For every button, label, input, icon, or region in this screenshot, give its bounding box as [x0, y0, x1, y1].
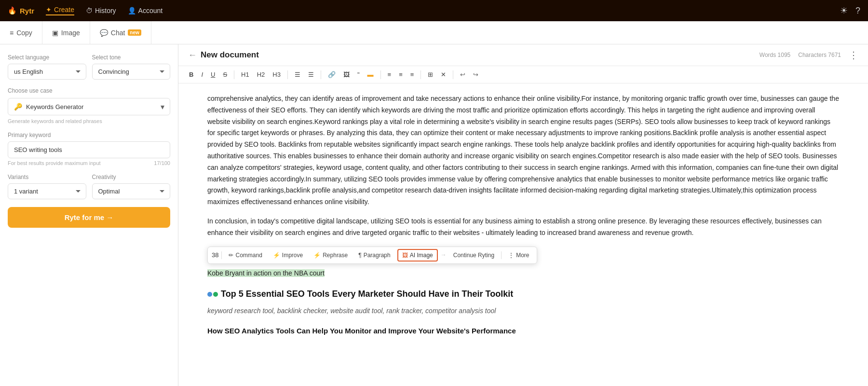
nav-right: ☀ ?: [840, 5, 860, 16]
table-button[interactable]: ⊞: [425, 69, 436, 80]
heading-1-text: Top 5 Essential SEO Tools Every Marketer…: [221, 287, 513, 302]
nav-account[interactable]: 👤 Account: [128, 7, 163, 14]
rephrase-button[interactable]: ⚡ Rephrase: [310, 250, 352, 261]
paragraph-button[interactable]: ¶ Paragraph: [354, 250, 394, 261]
ordered-list-button[interactable]: ☰: [305, 69, 317, 80]
ft-sep-2: [501, 251, 502, 259]
heading-2-text: How SEO Analytics Tools Can Help You Mon…: [207, 327, 516, 335]
ai-indicator: [207, 292, 218, 297]
paragraph-icon: ¶: [358, 252, 361, 259]
nav-create[interactable]: ✦ Create: [46, 6, 74, 15]
toolbar-separator-3: [321, 70, 321, 79]
align-left-button[interactable]: ≡: [385, 69, 394, 80]
tone-group: Select tone Convincing: [92, 54, 171, 80]
primary-keyword-input[interactable]: [8, 141, 170, 158]
highlight-button[interactable]: ▬: [365, 69, 377, 80]
language-select[interactable]: us English: [8, 64, 86, 80]
clear-format-button[interactable]: ✕: [438, 69, 449, 80]
tab-image[interactable]: ▣ Image: [42, 21, 90, 44]
editor-area: ← New document Words 1095 Characters 767…: [178, 44, 868, 386]
highlighted-paragraph: Kobe Bryant in action on the NBA court: [207, 268, 839, 279]
creativity-label: Creativity: [92, 174, 171, 180]
use-case-inner: 🔑 Keywords Generator: [14, 103, 83, 110]
ai-image-button[interactable]: 🖼 AI Image: [397, 249, 438, 262]
italic-button[interactable]: I: [198, 69, 206, 80]
link-button[interactable]: 🔗: [325, 69, 339, 80]
align-center-button[interactable]: ≡: [396, 69, 406, 80]
chat-icon: 💬: [100, 29, 108, 37]
ryte-button[interactable]: Ryte for me →: [8, 207, 170, 228]
undo-button[interactable]: ↩: [457, 69, 468, 80]
top-navigation: 🔥 Rytr ✦ Create ⏱ History 👤 Account ☀ ?: [0, 0, 868, 21]
redo-button[interactable]: ↪: [470, 69, 481, 80]
use-case-select[interactable]: 🔑 Keywords Generator: [8, 98, 170, 115]
editor-heading-2: How SEO Analytics Tools Can Help You Mon…: [207, 325, 839, 337]
toolbar-separator-2: [287, 70, 288, 79]
copy-icon: ≡: [10, 29, 14, 37]
tab-copy[interactable]: ≡ Copy: [0, 21, 42, 44]
ai-image-icon: 🖼: [402, 252, 408, 259]
h1-button[interactable]: H1: [238, 69, 252, 80]
editor-content[interactable]: comprehensive analytics, they can identi…: [178, 83, 868, 386]
editor-meta: Words 1095 Characters 7671 ⋮: [760, 49, 858, 61]
primary-keyword-label: Primary keyword: [8, 132, 170, 138]
quote-button[interactable]: ": [354, 69, 363, 80]
primary-keyword-group: Primary keyword For best results provide…: [8, 132, 170, 166]
content-paragraph-1: comprehensive analytics, they can identi…: [207, 93, 839, 208]
image-button[interactable]: 🖼: [340, 69, 353, 80]
arrow-icon: →: [441, 250, 447, 260]
logo[interactable]: 🔥 Rytr: [8, 6, 34, 15]
logo-icon: 🔥: [8, 6, 17, 15]
creativity-group: Creativity Optimal: [92, 174, 171, 199]
subheading-1: keyword research tool, backlink checker,…: [207, 305, 839, 317]
align-right-button[interactable]: ≡: [407, 69, 417, 80]
tone-select[interactable]: Convincing: [92, 64, 171, 80]
editor-header: ← New document Words 1095 Characters 767…: [178, 44, 868, 66]
sun-icon[interactable]: ☀: [840, 5, 848, 16]
creativity-select[interactable]: Optimal: [92, 183, 171, 199]
unordered-list-button[interactable]: ☰: [292, 69, 303, 80]
h3-button[interactable]: H3: [270, 69, 284, 80]
variants-creativity-row: Variants 1 variant Creativity Optimal: [8, 174, 170, 199]
chat-badge: new: [128, 29, 141, 36]
help-icon[interactable]: ?: [855, 6, 860, 16]
tab-chat[interactable]: 💬 Chat new: [90, 21, 151, 44]
improve-button[interactable]: ⚡ Improve: [269, 250, 307, 261]
input-char-count: 17/100: [154, 160, 170, 166]
back-arrow[interactable]: ←: [188, 50, 197, 60]
editor-heading-1: Top 5 Essential SEO Tools Every Marketer…: [207, 287, 839, 302]
char-count: Characters 7671: [798, 52, 841, 58]
toolbar-separator-4: [380, 70, 381, 79]
language-label: Select language: [8, 54, 86, 61]
underline-button[interactable]: U: [208, 69, 218, 80]
input-hint: For best results provide maximum input 1…: [8, 160, 170, 166]
more-float-button[interactable]: ⋮ More: [504, 250, 533, 261]
nav-left: 🔥 Rytr ✦ Create ⏱ History 👤 Account: [8, 6, 163, 15]
use-case-wrapper: 🔑 Keywords Generator: [8, 98, 170, 115]
variants-label: Variants: [8, 174, 86, 180]
variants-select[interactable]: 1 variant: [8, 183, 86, 199]
tone-label: Select tone: [92, 54, 171, 61]
command-button[interactable]: ✏ Command: [225, 250, 266, 261]
ft-sep-1: [221, 251, 222, 259]
doc-title-row: ← New document: [188, 50, 259, 60]
use-case-icon: 🔑: [14, 103, 22, 110]
language-tone-row: Select language us English Select tone C…: [8, 54, 170, 80]
content-paragraph-2: In conclusion, in today's competitive di…: [207, 216, 839, 239]
nav-history[interactable]: ⏱ History: [86, 7, 116, 14]
toolbar-separator-1: [234, 70, 234, 79]
improve-icon: ⚡: [273, 252, 280, 259]
continue-ryting-button[interactable]: Continue Ryting: [449, 250, 498, 261]
strikethrough-button[interactable]: S: [220, 69, 230, 80]
use-case-label: Choose use case: [8, 87, 170, 94]
ai-dot-blue: [207, 292, 212, 297]
bold-button[interactable]: B: [186, 69, 196, 80]
tab-bar: ≡ Copy ▣ Image 💬 Chat new: [0, 21, 868, 44]
use-case-group: Choose use case 🔑 Keywords Generator Gen…: [8, 87, 170, 124]
toolbar-separator-5: [420, 70, 421, 79]
rephrase-icon: ⚡: [313, 252, 321, 259]
command-icon: ✏: [229, 252, 233, 259]
more-options-button[interactable]: ⋮: [849, 49, 858, 61]
sidebar: Select language us English Select tone C…: [0, 44, 178, 386]
h2-button[interactable]: H2: [254, 69, 268, 80]
